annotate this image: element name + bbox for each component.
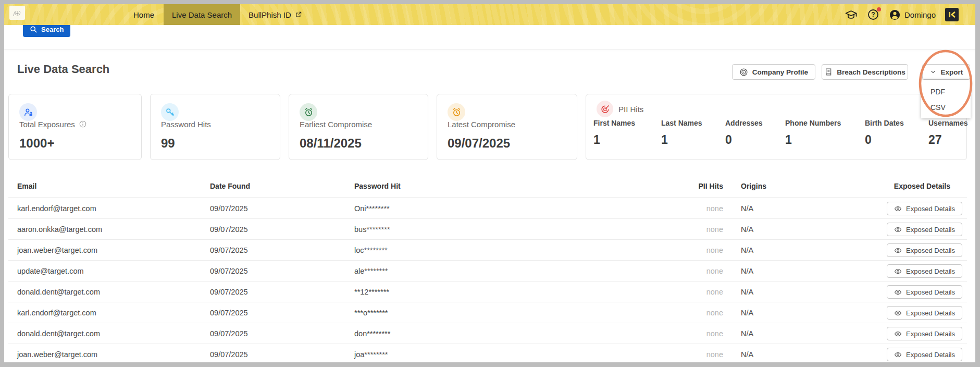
export-button[interactable]: Export — [922, 64, 970, 80]
total-exposures-card: Total Exposures 1000+ — [8, 94, 142, 160]
table-row: karl.endorf@target.com 09/07/2025 Oni***… — [8, 198, 967, 219]
row-password-hit: bus******** — [354, 219, 390, 240]
pii-column: Birth Dates 0 — [865, 119, 904, 147]
row-pii-hits: none — [661, 240, 723, 261]
pii-column: First Names 1 — [593, 119, 635, 147]
user-name: Domingo — [904, 10, 936, 19]
row-origins: N/A — [741, 282, 753, 302]
help-icon[interactable]: ? — [867, 8, 879, 21]
earliest-compromise-card: Earliest Compromise 08/11/2025 — [289, 94, 428, 160]
nav-item-bullphish-id[interactable]: BullPhish ID — [249, 4, 302, 25]
pii-column-label: Last Names — [661, 119, 702, 127]
row-pii-hits: none — [661, 282, 723, 302]
exposed-details-button[interactable]: Exposed Details — [887, 327, 962, 340]
target-icon — [739, 68, 748, 77]
breach-descriptions-button[interactable]: Breach Descriptions — [822, 64, 908, 80]
export-menu: PDFCSV — [921, 80, 971, 118]
nav-tabs: Home Live Data Search BullPhish ID — [133, 4, 302, 25]
results-table: Email Date Found Password Hit PII Hits O… — [8, 174, 967, 362]
row-date-found: 09/07/2025 — [210, 198, 248, 219]
user-lock-icon — [19, 103, 37, 121]
target-arrow-icon — [597, 101, 613, 117]
exposed-details-button-label: Exposed Details — [906, 267, 955, 275]
password-hits-value: 99 — [161, 136, 175, 151]
kaseya-logo-icon[interactable] — [945, 8, 959, 21]
exposed-details-button[interactable]: Exposed Details — [887, 285, 962, 299]
pii-column-label: Phone Numbers — [785, 119, 841, 127]
exposed-details-button[interactable]: Exposed Details — [887, 223, 962, 236]
nav-item-live-data-search[interactable]: Live Data Search — [164, 4, 240, 25]
row-origins: N/A — [741, 261, 753, 282]
pii-column: Addresses 0 — [725, 119, 763, 147]
export-menu-item-pdf[interactable]: PDF — [921, 84, 971, 100]
avatar-icon — [889, 9, 901, 21]
chevron-down-icon — [929, 68, 937, 76]
pii-hits-label: PII Hits — [618, 105, 643, 114]
row-origins: N/A — [741, 240, 753, 261]
row-origins: N/A — [741, 344, 753, 362]
latest-compromise-label: Latest Compromise — [448, 120, 515, 129]
row-date-found: 09/07/2025 — [210, 344, 248, 362]
pii-column-label: Birth Dates — [865, 119, 904, 127]
row-pii-hits: none — [661, 219, 723, 240]
row-origins: N/A — [741, 219, 753, 240]
row-password-hit: Oni******** — [354, 198, 390, 219]
exposed-details-button[interactable]: Exposed Details — [887, 348, 962, 361]
header-origins: Origins — [741, 174, 766, 198]
table-row: joan.weber@target.com 09/07/2025 loc****… — [8, 240, 967, 261]
page-title: Live Data Search — [17, 63, 109, 76]
academy-graduation-cap-icon[interactable] — [845, 9, 858, 20]
latest-compromise-card: Latest Compromise 09/07/2025 — [437, 94, 577, 160]
row-pii-hits: none — [661, 302, 723, 323]
earliest-compromise-label-row: Earliest Compromise — [300, 119, 372, 129]
password-hits-label: Password Hits — [161, 120, 211, 129]
row-date-found: 09/07/2025 — [210, 323, 248, 344]
password-hits-card: Password Hits 99 — [150, 94, 280, 160]
exposed-details-button[interactable]: Exposed Details — [887, 243, 962, 257]
row-origins: N/A — [741, 323, 753, 344]
pii-column: Usernames 27 — [928, 119, 968, 147]
table-body: karl.endorf@target.com 09/07/2025 Oni***… — [8, 198, 967, 362]
row-pii-hits: none — [661, 344, 723, 362]
exposed-details-button[interactable]: Exposed Details — [887, 306, 962, 320]
table-row: joan.weber@target.com 09/07/2025 joa****… — [8, 344, 967, 362]
eye-icon — [894, 288, 902, 296]
row-date-found: 09/07/2025 — [210, 282, 248, 302]
earliest-compromise-value: 08/11/2025 — [300, 136, 362, 151]
alarm-clock-icon-orange — [448, 103, 465, 121]
top-navbar: Home Live Data Search BullPhish ID ? — [4, 4, 975, 25]
table-row: donald.dent@target.com 09/07/2025 **12**… — [8, 282, 967, 302]
row-email: karl.endorf@target.com — [17, 302, 96, 323]
latest-compromise-label-row: Latest Compromise — [448, 119, 515, 129]
row-date-found: 09/07/2025 — [210, 219, 248, 240]
row-email: donald.dent@target.com — [17, 282, 100, 302]
pii-column-value: 0 — [725, 133, 763, 147]
exposed-details-button-label: Exposed Details — [906, 247, 955, 254]
row-email: joan.weber@target.com — [17, 344, 97, 362]
table-row: karl.endorf@target.com 09/07/2025 ***o**… — [8, 302, 967, 323]
info-icon[interactable] — [79, 120, 87, 128]
exposed-details-button[interactable]: Exposed Details — [887, 264, 962, 278]
nav-bullphish-label: BullPhish ID — [249, 10, 291, 19]
stats-cards-row: Total Exposures 1000+ Password Hits 99 E… — [8, 94, 967, 160]
header-email: Email — [17, 174, 36, 198]
row-password-hit: loc******** — [354, 240, 388, 261]
header-password-hit: Password Hit — [354, 174, 401, 198]
nav-live-data-search-label: Live Data Search — [172, 10, 232, 19]
eye-icon — [894, 247, 902, 254]
row-password-hit: ale******** — [354, 261, 388, 282]
total-exposures-label-row: Total Exposures — [19, 119, 87, 129]
exposed-details-button[interactable]: Exposed Details — [887, 202, 962, 215]
row-email: karl.endorf@target.com — [17, 198, 96, 219]
export-menu-item-csv[interactable]: CSV — [921, 100, 971, 115]
export-label: Export — [941, 68, 963, 76]
user-menu[interactable]: Domingo — [889, 9, 936, 21]
row-date-found: 09/07/2025 — [210, 261, 248, 282]
row-date-found: 09/07/2025 — [210, 240, 248, 261]
company-profile-button[interactable]: Company Profile — [732, 64, 815, 80]
nav-item-home[interactable]: Home — [133, 4, 154, 25]
exposed-details-button-label: Exposed Details — [906, 330, 955, 338]
table-row: aaron.onkka@target.com 09/07/2025 bus***… — [8, 219, 967, 240]
pii-column-value: 1 — [661, 133, 702, 147]
partner-logo — [9, 6, 25, 20]
